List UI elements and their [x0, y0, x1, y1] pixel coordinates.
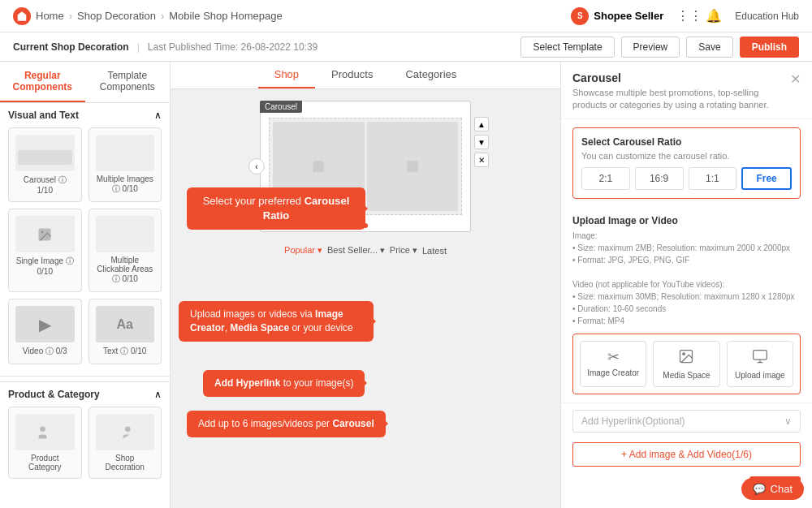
- visual-section-header: Visual and Text ∧: [8, 110, 162, 121]
- carousel-thumb: [15, 135, 75, 171]
- ratio-2-1[interactable]: 2:1: [581, 167, 630, 190]
- right-panel: Carousel Showcase multiple best promotio…: [560, 62, 812, 508]
- collapse-product-icon[interactable]: ∧: [154, 389, 162, 400]
- carousel-placeholder-grid: [270, 118, 461, 214]
- upload-image-button[interactable]: Upload image: [727, 341, 793, 387]
- left-sidebar: Regular Components Template Components V…: [0, 62, 171, 508]
- collapse-visual-icon[interactable]: ∧: [154, 110, 162, 121]
- single-image-label: Single Image ⓘ 0/10: [15, 256, 75, 276]
- svg-point-3: [125, 426, 131, 432]
- main-layout: Regular Components Template Components V…: [0, 62, 812, 508]
- breadcrumb-home[interactable]: Home: [36, 10, 64, 22]
- hyperlink-input[interactable]: Add Hyperlink(Optional) ∨: [572, 410, 801, 433]
- bell-icon[interactable]: 🔔: [706, 8, 722, 24]
- sort-popular[interactable]: Popular ▾: [284, 245, 322, 256]
- carousel-ratio-desc: You can customize the carousel ratio.: [581, 151, 792, 161]
- canvas-delete-button[interactable]: ✕: [474, 153, 489, 167]
- center-tabs: Shop Products Categories: [171, 62, 560, 89]
- canvas-controls: ▲ ▼ ✕: [474, 117, 489, 167]
- tab-products[interactable]: Products: [315, 62, 389, 88]
- sort-best-seller[interactable]: Best Seller... ▾: [327, 245, 385, 256]
- carousel-placeholder: [269, 118, 462, 215]
- media-space-button[interactable]: Media Space: [653, 341, 719, 387]
- shopee-home-logo: [13, 7, 31, 25]
- panel-header: Carousel Showcase multiple best promotio…: [561, 62, 812, 119]
- text-component[interactable]: Aa Text ⓘ 0/10: [89, 299, 162, 364]
- upload-image-label: Upload image: [731, 371, 789, 380]
- media-space-label: Media Space: [657, 371, 715, 380]
- add-image-video-button[interactable]: + Add image & Add Video(1/6): [572, 442, 801, 467]
- tooltip-add: Add up to 6 images/videos per Carousel: [187, 411, 386, 437]
- upload-icon: [731, 348, 789, 368]
- tab-categories[interactable]: Categories: [389, 62, 473, 88]
- panel-close-button[interactable]: ✕: [790, 71, 801, 87]
- chat-button[interactable]: 💬 Chat: [741, 478, 804, 500]
- grid-icon[interactable]: ⋮⋮: [676, 8, 693, 24]
- carousel-dot: [363, 223, 368, 228]
- image-creator-button[interactable]: ✂ Image Creator: [580, 341, 646, 387]
- single-image-component[interactable]: Single Image ⓘ 0/10: [8, 209, 82, 292]
- hyperlink-row: Add Hyperlink(Optional) ∨: [561, 403, 812, 439]
- canvas-area: Carousel ▲: [171, 89, 560, 240]
- upload-buttons: ✂ Image Creator Media Space Upload ima: [580, 341, 793, 387]
- sort-row: Popular ▾ Best Seller... ▾ Price ▾ Lates…: [179, 245, 552, 256]
- tooltip-upload: Upload images or videos via Image Creato…: [179, 301, 374, 342]
- multiple-clickable-label: Multiple Clickable Areas ⓘ 0/10: [96, 256, 155, 285]
- tab-shop[interactable]: Shop: [258, 62, 315, 88]
- breadcrumb-page-title: Mobile Shop Homepage: [169, 10, 282, 22]
- hyperlink-placeholder: Add Hyperlink(Optional): [581, 415, 685, 427]
- canvas-inner: Carousel: [260, 101, 471, 232]
- video-label: Video ⓘ 0/3: [15, 346, 75, 357]
- sub-nav-left: Current Shop Decoration | Last Published…: [13, 41, 317, 53]
- carousel-label: Carousel ⓘ 1/10: [15, 174, 75, 195]
- collapse-arrow-button[interactable]: ‹: [248, 158, 265, 174]
- carousel-ratio-section: Select Carousel Ratio You can customize …: [572, 127, 801, 199]
- multiple-images-label: Multiple Images ⓘ 0/10: [96, 174, 155, 195]
- multiple-images-thumb: [96, 135, 155, 171]
- tab-regular-components[interactable]: Regular Components: [0, 62, 85, 102]
- canvas-down-button[interactable]: ▼: [474, 135, 489, 149]
- chat-label: Chat: [771, 483, 793, 495]
- multiple-clickable-component[interactable]: Multiple Clickable Areas ⓘ 0/10: [89, 209, 162, 292]
- product-category-header: Product & Category ∧: [8, 389, 162, 400]
- product-category-item-2[interactable]: Shop Decoration: [89, 407, 162, 479]
- education-hub-link[interactable]: Education Hub: [735, 11, 799, 22]
- publish-button[interactable]: Publish: [740, 37, 799, 58]
- svg-point-1: [41, 230, 44, 233]
- carousel-cell-2: [367, 122, 459, 211]
- ratio-16-9[interactable]: 16:9: [635, 167, 684, 190]
- sub-nav-actions: Select Template Preview Save Publish: [520, 37, 799, 58]
- component-grid: Carousel ⓘ 1/10 Multiple Images ⓘ 0/10: [8, 127, 162, 364]
- shopee-seller-logo: S Shopee Seller: [571, 7, 663, 25]
- tab-template-components[interactable]: Template Components: [85, 62, 171, 102]
- upload-section: Upload Image or Video Image: • Size: max…: [561, 207, 812, 403]
- seller-name: Shopee Seller: [594, 10, 663, 22]
- multiple-clickable-thumb: [96, 216, 155, 252]
- ratio-1-1[interactable]: 1:1: [689, 167, 737, 190]
- video-component[interactable]: ▶ Video ⓘ 0/3: [8, 299, 82, 364]
- dropdown-arrow: ∨: [784, 415, 792, 427]
- breadcrumb-shop-decoration[interactable]: Shop Decoration: [77, 10, 156, 22]
- product-cat-label-1: Product Category: [15, 454, 75, 471]
- tooltip-hyperlink: Add Hyperlink to your image(s): [203, 370, 365, 397]
- ratio-free[interactable]: Free: [741, 167, 792, 190]
- save-button[interactable]: Save: [686, 37, 732, 58]
- product-category-item-1[interactable]: Product Category: [8, 407, 82, 479]
- center-content: Shop Products Categories Carousel: [171, 62, 560, 508]
- top-nav-right: S Shopee Seller ⋮⋮ 🔔 Education Hub: [571, 7, 799, 25]
- select-template-button[interactable]: Select Template: [520, 37, 614, 58]
- upload-desc: Image: • Size: maximum 2MB; Resolution: …: [572, 230, 801, 327]
- sort-latest[interactable]: Latest: [422, 245, 447, 256]
- product-cat-thumb-2: [96, 414, 155, 450]
- sort-price[interactable]: Price ▾: [390, 245, 417, 256]
- svg-point-2: [40, 426, 45, 432]
- product-cat-label-2: Shop Decoration: [96, 454, 155, 471]
- preview-button[interactable]: Preview: [621, 37, 680, 58]
- current-shop-label: Current Shop Decoration: [13, 41, 129, 53]
- multiple-images-component[interactable]: Multiple Images ⓘ 0/10: [89, 127, 162, 202]
- last-published-time: Last Published Time: 26-08-2022 10:39: [148, 41, 317, 53]
- image-creator-icon: ✂: [584, 348, 642, 366]
- image-creator-label: Image Creator: [584, 368, 642, 377]
- carousel-component[interactable]: Carousel ⓘ 1/10: [8, 127, 82, 202]
- canvas-up-button[interactable]: ▲: [474, 117, 489, 131]
